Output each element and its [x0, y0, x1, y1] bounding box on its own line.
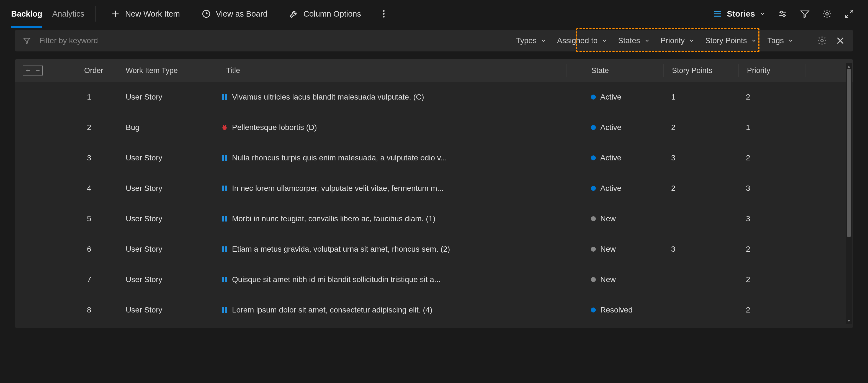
svg-line-15 [845, 15, 848, 18]
col-type[interactable]: Work Item Type [126, 66, 217, 75]
view-as-board-button[interactable]: View as Board [198, 6, 271, 21]
svg-point-16 [821, 39, 824, 42]
filter-assigned-to-label: Assigned to [557, 36, 597, 45]
chevron-down-icon [760, 11, 766, 17]
vertical-scrollbar[interactable]: ▴ ▾ [846, 63, 852, 324]
cell-title[interactable]: Morbi in nunc feugiat, convallis libero … [217, 214, 566, 223]
filter-story-points[interactable]: Story Points [704, 34, 758, 47]
cell-title[interactable]: Quisque sit amet nibh id mi blandit soll… [217, 275, 566, 284]
chevron-down-icon [788, 38, 794, 44]
col-priority[interactable]: Priority [739, 66, 805, 75]
svg-point-3 [383, 10, 384, 12]
svg-point-11 [780, 11, 783, 13]
table-row[interactable]: 1User StoryVivamus ultricies lacus bland… [15, 82, 853, 112]
cell-story-points: 2 [663, 123, 738, 132]
settings-button[interactable] [822, 9, 832, 19]
column-options-button[interactable]: Column Options [285, 6, 365, 21]
new-work-item-button[interactable]: New Work Item [107, 6, 184, 21]
work-item-title: Nulla rhoncus turpis quis enim malesuada… [232, 153, 447, 162]
state-indicator-icon [591, 277, 596, 282]
work-item-title: Pellentesque lobortis (D) [232, 123, 317, 132]
filter-bar: Types Assigned to States Priority Story … [15, 30, 853, 51]
more-vertical-icon [379, 9, 389, 19]
filter-settings-button[interactable] [817, 36, 827, 46]
collapse-all-icon[interactable]: − [33, 66, 43, 75]
cell-title[interactable]: Vivamus ultricies lacus blandit malesuad… [217, 93, 566, 102]
state-indicator-icon [591, 95, 596, 100]
story-icon [220, 245, 229, 253]
svg-point-4 [383, 13, 384, 15]
state-label: Resolved [600, 306, 633, 314]
cell-priority: 2 [738, 245, 804, 253]
close-icon [835, 36, 845, 46]
cell-type: User Story [126, 93, 217, 102]
stories-icon [713, 9, 722, 19]
cell-type: Bug [126, 123, 217, 132]
col-story-points[interactable]: Story Points [664, 66, 738, 75]
view-options-button[interactable] [778, 9, 788, 19]
scroll-thumb[interactable] [847, 69, 851, 237]
cell-state: Active [566, 153, 663, 162]
tab-analytics[interactable]: Analytics [52, 0, 85, 28]
cell-title[interactable]: In nec lorem ullamcorper, vulputate veli… [217, 184, 566, 193]
state-indicator-icon [591, 247, 596, 252]
divider [95, 6, 96, 22]
close-filter-button[interactable] [835, 36, 845, 46]
filter-toggle-button[interactable] [800, 9, 810, 19]
filter-types[interactable]: Types [515, 34, 548, 47]
funnel-icon [800, 9, 810, 19]
board-icon [202, 9, 211, 19]
scroll-down-arrow[interactable]: ▾ [846, 318, 852, 323]
col-order[interactable]: Order [84, 66, 126, 75]
table-row[interactable]: 6User StoryEtiam a metus gravida, volutp… [15, 234, 853, 265]
state-label: New [600, 245, 616, 253]
svg-line-14 [850, 10, 853, 13]
state-label: Active [600, 153, 621, 162]
filter-assigned-to[interactable]: Assigned to [556, 34, 609, 47]
cell-title[interactable]: Nulla rhoncus turpis quis enim malesuada… [217, 153, 566, 162]
scroll-up-arrow[interactable]: ▴ [846, 64, 852, 69]
table-row[interactable]: 4User StoryIn nec lorem ullamcorper, vul… [15, 173, 853, 204]
more-actions-button[interactable] [379, 9, 389, 19]
table-row[interactable]: 5User StoryMorbi in nunc feugiat, conval… [15, 204, 853, 234]
cell-title[interactable]: Etiam a metus gravida, volutpat urna sit… [217, 245, 566, 253]
svg-point-13 [826, 13, 828, 15]
expand-all-icon[interactable]: + [23, 66, 33, 75]
backlog-grid: + − Order Work Item Type Title State Sto… [15, 59, 853, 328]
table-row[interactable]: 3User StoryNulla rhoncus turpis quis eni… [15, 143, 853, 173]
cell-title[interactable]: Pellentesque lobortis (D) [217, 123, 566, 132]
expand-collapse-all[interactable]: + − [23, 66, 43, 75]
table-row[interactable]: 8User StoryLorem ipsum dolor sit amet, c… [15, 295, 853, 325]
backlog-level-picker[interactable]: Stories [713, 9, 766, 19]
col-state[interactable]: State [566, 66, 663, 75]
cell-title[interactable]: Lorem ipsum dolor sit amet, consectetur … [217, 306, 566, 314]
state-indicator-icon [591, 308, 596, 312]
col-title[interactable]: Title [217, 66, 566, 75]
wrench-icon [289, 9, 299, 19]
svg-point-12 [783, 14, 785, 16]
gear-icon [822, 9, 832, 19]
filter-tags[interactable]: Tags [766, 34, 795, 47]
table-row[interactable]: 7User StoryQuisque sit amet nibh id mi b… [15, 265, 853, 295]
state-label: New [600, 275, 616, 284]
filter-states[interactable]: States [617, 34, 651, 47]
funnel-icon [23, 36, 31, 45]
tab-backlog[interactable]: Backlog [11, 0, 42, 28]
sliders-icon [778, 9, 788, 19]
cell-priority: 2 [738, 275, 804, 284]
fullscreen-button[interactable] [844, 9, 854, 19]
cell-order: 3 [84, 153, 126, 162]
cell-priority: 1 [738, 123, 804, 132]
chevron-down-icon [540, 38, 547, 44]
filter-priority[interactable]: Priority [659, 34, 696, 47]
filter-keyword-input[interactable] [39, 36, 161, 45]
story-icon [220, 215, 229, 223]
work-item-title: Lorem ipsum dolor sit amet, consectetur … [232, 306, 432, 314]
chevron-down-icon [644, 38, 650, 44]
state-indicator-icon [591, 155, 596, 161]
state-label: Active [600, 184, 621, 193]
cell-type: User Story [126, 184, 217, 193]
table-row[interactable]: 2BugPellentesque lobortis (D)Active21 [15, 112, 853, 143]
cell-state: Active [566, 93, 663, 102]
cell-state: New [566, 214, 663, 223]
